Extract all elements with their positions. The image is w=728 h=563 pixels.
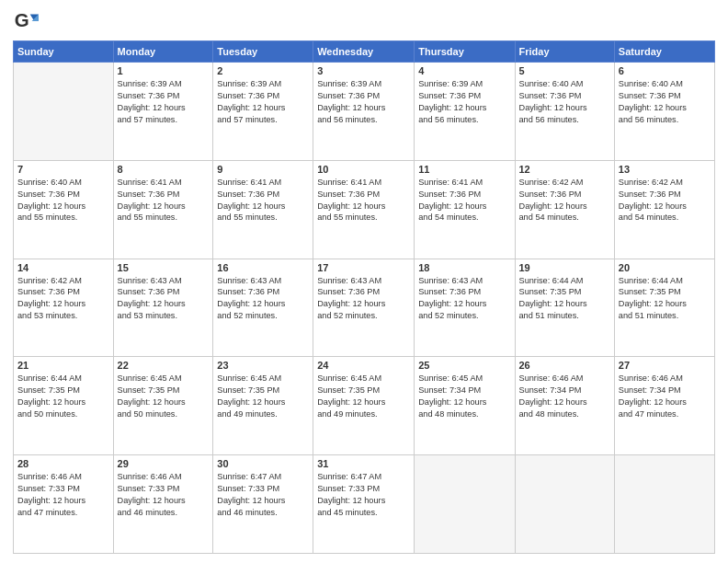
day-number: 31 — [317, 458, 410, 469]
day-info: Sunrise: 6:41 AM Sunset: 7:36 PM Dayligh… — [118, 177, 210, 224]
calendar-cell: 7Sunrise: 6:40 AM Sunset: 7:36 PM Daylig… — [14, 160, 114, 259]
day-number: 12 — [519, 164, 610, 175]
calendar-cell: 27Sunrise: 6:46 AM Sunset: 7:34 PM Dayli… — [614, 357, 714, 455]
calendar-table: SundayMondayTuesdayWednesdayThursdayFrid… — [13, 40, 715, 554]
col-header-wednesday: Wednesday — [313, 41, 415, 63]
day-info: Sunrise: 6:39 AM Sunset: 7:36 PM Dayligh… — [418, 78, 510, 126]
day-number: 4 — [418, 65, 510, 76]
day-number: 3 — [317, 65, 410, 76]
day-number: 22 — [118, 360, 210, 371]
calendar-cell: 29Sunrise: 6:46 AM Sunset: 7:33 PM Dayli… — [113, 455, 213, 554]
calendar-week-row: 14Sunrise: 6:42 AM Sunset: 7:36 PM Dayli… — [14, 259, 715, 357]
calendar-week-row: 7Sunrise: 6:40 AM Sunset: 7:36 PM Daylig… — [14, 160, 715, 259]
logo: G — [13, 9, 42, 35]
calendar-cell: 16Sunrise: 6:43 AM Sunset: 7:36 PM Dayli… — [213, 259, 313, 357]
calendar-cell: 1Sunrise: 6:39 AM Sunset: 7:36 PM Daylig… — [113, 63, 213, 161]
day-number: 10 — [317, 164, 410, 175]
day-info: Sunrise: 6:45 AM Sunset: 7:35 PM Dayligh… — [317, 373, 410, 420]
day-info: Sunrise: 6:40 AM Sunset: 7:36 PM Dayligh… — [17, 177, 109, 224]
calendar-cell: 15Sunrise: 6:43 AM Sunset: 7:36 PM Dayli… — [113, 259, 213, 357]
day-info: Sunrise: 6:45 AM Sunset: 7:35 PM Dayligh… — [118, 373, 210, 420]
day-number: 15 — [118, 262, 210, 273]
calendar-cell: 23Sunrise: 6:45 AM Sunset: 7:35 PM Dayli… — [213, 357, 313, 455]
calendar-cell: 4Sunrise: 6:39 AM Sunset: 7:36 PM Daylig… — [415, 63, 515, 161]
day-info: Sunrise: 6:45 AM Sunset: 7:34 PM Dayligh… — [418, 373, 510, 420]
calendar-cell: 22Sunrise: 6:45 AM Sunset: 7:35 PM Dayli… — [113, 357, 213, 455]
calendar-cell — [14, 63, 114, 161]
calendar-cell: 28Sunrise: 6:46 AM Sunset: 7:33 PM Dayli… — [14, 455, 114, 554]
calendar-cell: 8Sunrise: 6:41 AM Sunset: 7:36 PM Daylig… — [113, 160, 213, 259]
day-info: Sunrise: 6:46 AM Sunset: 7:34 PM Dayligh… — [519, 373, 610, 420]
day-number: 25 — [418, 360, 510, 371]
day-number: 27 — [619, 360, 711, 371]
day-info: Sunrise: 6:47 AM Sunset: 7:33 PM Dayligh… — [317, 471, 410, 519]
calendar-cell — [515, 455, 614, 554]
day-number: 11 — [418, 164, 510, 175]
day-number: 18 — [418, 262, 510, 273]
day-number: 16 — [217, 262, 309, 273]
day-info: Sunrise: 6:46 AM Sunset: 7:33 PM Dayligh… — [17, 471, 109, 519]
day-number: 24 — [317, 360, 410, 371]
col-header-monday: Monday — [113, 41, 213, 63]
calendar-cell: 17Sunrise: 6:43 AM Sunset: 7:36 PM Dayli… — [313, 259, 415, 357]
day-info: Sunrise: 6:47 AM Sunset: 7:33 PM Dayligh… — [217, 471, 309, 519]
calendar-cell: 12Sunrise: 6:42 AM Sunset: 7:36 PM Dayli… — [515, 160, 614, 259]
day-info: Sunrise: 6:41 AM Sunset: 7:36 PM Dayligh… — [217, 177, 309, 224]
day-number: 17 — [317, 262, 410, 273]
col-header-saturday: Saturday — [614, 41, 714, 63]
calendar-cell: 31Sunrise: 6:47 AM Sunset: 7:33 PM Dayli… — [313, 455, 415, 554]
calendar-cell: 18Sunrise: 6:43 AM Sunset: 7:36 PM Dayli… — [415, 259, 515, 357]
calendar-cell: 3Sunrise: 6:39 AM Sunset: 7:36 PM Daylig… — [313, 63, 415, 161]
day-info: Sunrise: 6:42 AM Sunset: 7:36 PM Dayligh… — [17, 275, 109, 323]
calendar-cell: 21Sunrise: 6:44 AM Sunset: 7:35 PM Dayli… — [14, 357, 114, 455]
day-number: 13 — [619, 164, 711, 175]
calendar-cell — [614, 455, 714, 554]
day-info: Sunrise: 6:43 AM Sunset: 7:36 PM Dayligh… — [418, 275, 510, 323]
day-number: 21 — [17, 360, 109, 371]
calendar-cell: 5Sunrise: 6:40 AM Sunset: 7:36 PM Daylig… — [515, 63, 614, 161]
calendar-header-row: SundayMondayTuesdayWednesdayThursdayFrid… — [14, 41, 715, 63]
day-info: Sunrise: 6:42 AM Sunset: 7:36 PM Dayligh… — [519, 177, 610, 224]
day-number: 29 — [118, 458, 210, 469]
col-header-tuesday: Tuesday — [213, 41, 313, 63]
day-number: 14 — [17, 262, 109, 273]
col-header-friday: Friday — [515, 41, 614, 63]
day-info: Sunrise: 6:44 AM Sunset: 7:35 PM Dayligh… — [619, 275, 711, 323]
day-info: Sunrise: 6:41 AM Sunset: 7:36 PM Dayligh… — [317, 177, 410, 224]
day-info: Sunrise: 6:44 AM Sunset: 7:35 PM Dayligh… — [17, 373, 109, 420]
calendar-cell — [415, 455, 515, 554]
calendar-cell: 11Sunrise: 6:41 AM Sunset: 7:36 PM Dayli… — [415, 160, 515, 259]
day-number: 19 — [519, 262, 610, 273]
day-info: Sunrise: 6:43 AM Sunset: 7:36 PM Dayligh… — [217, 275, 309, 323]
calendar-cell: 2Sunrise: 6:39 AM Sunset: 7:36 PM Daylig… — [213, 63, 313, 161]
day-number: 20 — [619, 262, 711, 273]
calendar-cell: 25Sunrise: 6:45 AM Sunset: 7:34 PM Dayli… — [415, 357, 515, 455]
day-info: Sunrise: 6:40 AM Sunset: 7:36 PM Dayligh… — [519, 78, 610, 126]
day-info: Sunrise: 6:43 AM Sunset: 7:36 PM Dayligh… — [118, 275, 210, 323]
calendar-cell: 20Sunrise: 6:44 AM Sunset: 7:35 PM Dayli… — [614, 259, 714, 357]
calendar-week-row: 21Sunrise: 6:44 AM Sunset: 7:35 PM Dayli… — [14, 357, 715, 455]
calendar-cell: 13Sunrise: 6:42 AM Sunset: 7:36 PM Dayli… — [614, 160, 714, 259]
day-number: 9 — [217, 164, 309, 175]
day-info: Sunrise: 6:46 AM Sunset: 7:34 PM Dayligh… — [619, 373, 711, 420]
logo-icon: G — [13, 9, 39, 35]
day-number: 7 — [17, 164, 109, 175]
day-info: Sunrise: 6:39 AM Sunset: 7:36 PM Dayligh… — [118, 78, 210, 126]
day-info: Sunrise: 6:45 AM Sunset: 7:35 PM Dayligh… — [217, 373, 309, 420]
col-header-sunday: Sunday — [14, 41, 114, 63]
day-number: 2 — [217, 65, 309, 76]
calendar-cell: 24Sunrise: 6:45 AM Sunset: 7:35 PM Dayli… — [313, 357, 415, 455]
day-info: Sunrise: 6:44 AM Sunset: 7:35 PM Dayligh… — [519, 275, 610, 323]
calendar-cell: 26Sunrise: 6:46 AM Sunset: 7:34 PM Dayli… — [515, 357, 614, 455]
calendar-cell: 6Sunrise: 6:40 AM Sunset: 7:36 PM Daylig… — [614, 63, 714, 161]
day-info: Sunrise: 6:46 AM Sunset: 7:33 PM Dayligh… — [118, 471, 210, 519]
day-number: 1 — [118, 65, 210, 76]
day-info: Sunrise: 6:43 AM Sunset: 7:36 PM Dayligh… — [317, 275, 410, 323]
calendar-cell: 30Sunrise: 6:47 AM Sunset: 7:33 PM Dayli… — [213, 455, 313, 554]
day-info: Sunrise: 6:39 AM Sunset: 7:36 PM Dayligh… — [317, 78, 410, 126]
day-number: 6 — [619, 65, 711, 76]
day-number: 30 — [217, 458, 309, 469]
calendar-cell: 14Sunrise: 6:42 AM Sunset: 7:36 PM Dayli… — [14, 259, 114, 357]
calendar-week-row: 1Sunrise: 6:39 AM Sunset: 7:36 PM Daylig… — [14, 63, 715, 161]
svg-text:G: G — [15, 9, 29, 30]
